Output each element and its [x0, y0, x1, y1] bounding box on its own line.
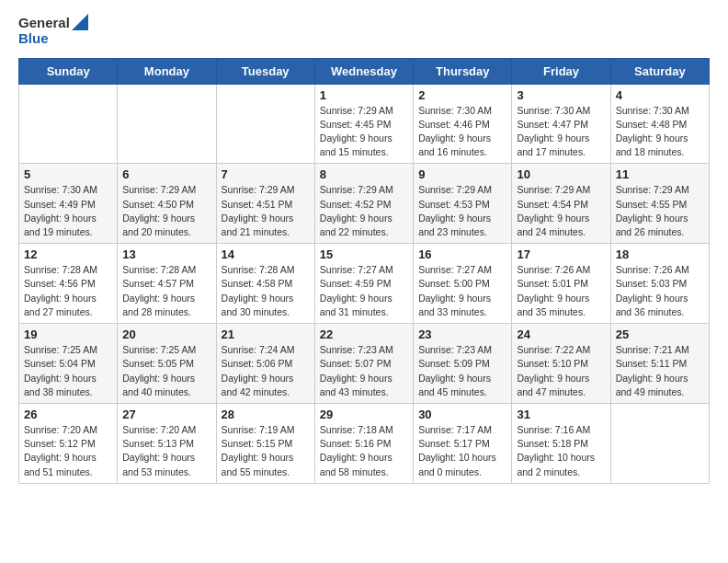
- header: General Blue: [18, 15, 710, 47]
- column-header-monday: Monday: [118, 58, 216, 84]
- day-info: Sunrise: 7:26 AM Sunset: 5:01 PM Dayligh…: [517, 263, 605, 319]
- day-cell: 12Sunrise: 7:28 AM Sunset: 4:56 PM Dayli…: [19, 244, 118, 324]
- day-info: Sunrise: 7:29 AM Sunset: 4:54 PM Dayligh…: [517, 183, 605, 239]
- day-number: 21: [222, 327, 310, 341]
- column-header-friday: Friday: [512, 58, 610, 84]
- day-number: 27: [122, 408, 210, 421]
- day-number: 19: [24, 327, 112, 341]
- day-number: 26: [24, 408, 112, 421]
- day-info: Sunrise: 7:20 AM Sunset: 5:12 PM Dayligh…: [24, 423, 112, 479]
- day-info: Sunrise: 7:27 AM Sunset: 4:59 PM Dayligh…: [320, 263, 408, 319]
- logo-triangle-icon: [72, 14, 88, 30]
- day-number: 29: [320, 408, 408, 421]
- day-number: 14: [222, 247, 310, 261]
- day-cell: 27Sunrise: 7:20 AM Sunset: 5:13 PM Dayli…: [118, 404, 216, 484]
- day-info: Sunrise: 7:29 AM Sunset: 4:55 PM Dayligh…: [616, 183, 704, 239]
- day-cell: 31Sunrise: 7:16 AM Sunset: 5:18 PM Dayli…: [512, 404, 610, 484]
- day-number: 5: [24, 167, 112, 181]
- day-cell: [19, 84, 118, 164]
- day-cell: 25Sunrise: 7:21 AM Sunset: 5:11 PM Dayli…: [610, 324, 709, 404]
- day-number: 7: [222, 167, 310, 181]
- day-number: 1: [320, 88, 408, 102]
- day-number: 9: [418, 167, 506, 181]
- day-number: 12: [24, 247, 112, 261]
- week-row-3: 12Sunrise: 7:28 AM Sunset: 4:56 PM Dayli…: [19, 244, 710, 324]
- day-info: Sunrise: 7:28 AM Sunset: 4:57 PM Dayligh…: [122, 263, 210, 319]
- day-info: Sunrise: 7:16 AM Sunset: 5:18 PM Dayligh…: [517, 423, 605, 479]
- day-cell: 28Sunrise: 7:19 AM Sunset: 5:15 PM Dayli…: [216, 404, 314, 484]
- day-number: 16: [418, 247, 506, 261]
- day-info: Sunrise: 7:29 AM Sunset: 4:52 PM Dayligh…: [320, 183, 408, 239]
- page: General Blue SundayMondayTuesdayWednesda…: [0, 0, 728, 502]
- day-cell: 24Sunrise: 7:22 AM Sunset: 5:10 PM Dayli…: [512, 324, 610, 404]
- logo-general: General: [18, 15, 70, 30]
- day-info: Sunrise: 7:29 AM Sunset: 4:50 PM Dayligh…: [122, 183, 210, 239]
- day-number: 6: [122, 167, 210, 181]
- day-cell: 14Sunrise: 7:28 AM Sunset: 4:58 PM Dayli…: [216, 244, 314, 324]
- day-info: Sunrise: 7:17 AM Sunset: 5:17 PM Dayligh…: [418, 423, 506, 479]
- day-number: 18: [616, 247, 704, 261]
- day-number: 11: [616, 167, 704, 181]
- day-cell: 29Sunrise: 7:18 AM Sunset: 5:16 PM Dayli…: [314, 404, 413, 484]
- day-info: Sunrise: 7:21 AM Sunset: 5:11 PM Dayligh…: [616, 343, 704, 399]
- week-row-1: 1Sunrise: 7:29 AM Sunset: 4:45 PM Daylig…: [19, 84, 710, 164]
- day-number: 31: [517, 408, 605, 421]
- day-info: Sunrise: 7:30 AM Sunset: 4:46 PM Dayligh…: [418, 104, 506, 160]
- day-cell: 7Sunrise: 7:29 AM Sunset: 4:51 PM Daylig…: [216, 164, 314, 244]
- day-cell: 17Sunrise: 7:26 AM Sunset: 5:01 PM Dayli…: [512, 244, 610, 324]
- day-cell: 2Sunrise: 7:30 AM Sunset: 4:46 PM Daylig…: [414, 84, 512, 164]
- day-number: 22: [320, 327, 408, 341]
- day-info: Sunrise: 7:30 AM Sunset: 4:49 PM Dayligh…: [24, 183, 112, 239]
- week-row-4: 19Sunrise: 7:25 AM Sunset: 5:04 PM Dayli…: [19, 324, 710, 404]
- day-number: 2: [418, 88, 506, 102]
- day-cell: 9Sunrise: 7:29 AM Sunset: 4:53 PM Daylig…: [414, 164, 512, 244]
- day-number: 8: [320, 167, 408, 181]
- day-cell: 10Sunrise: 7:29 AM Sunset: 4:54 PM Dayli…: [512, 164, 610, 244]
- day-info: Sunrise: 7:30 AM Sunset: 4:48 PM Dayligh…: [616, 104, 704, 160]
- logo-container: General Blue: [18, 15, 88, 47]
- day-info: Sunrise: 7:24 AM Sunset: 5:06 PM Dayligh…: [222, 343, 310, 399]
- day-cell: 1Sunrise: 7:29 AM Sunset: 4:45 PM Daylig…: [314, 84, 413, 164]
- logo-blue: Blue: [18, 30, 70, 46]
- column-header-wednesday: Wednesday: [314, 58, 413, 84]
- day-info: Sunrise: 7:25 AM Sunset: 5:05 PM Dayligh…: [122, 343, 210, 399]
- day-cell: 16Sunrise: 7:27 AM Sunset: 5:00 PM Dayli…: [414, 244, 512, 324]
- day-info: Sunrise: 7:20 AM Sunset: 5:13 PM Dayligh…: [122, 423, 210, 479]
- day-info: Sunrise: 7:29 AM Sunset: 4:53 PM Dayligh…: [418, 183, 506, 239]
- day-number: 30: [418, 408, 506, 421]
- day-info: Sunrise: 7:28 AM Sunset: 4:58 PM Dayligh…: [222, 263, 310, 319]
- day-cell: 5Sunrise: 7:30 AM Sunset: 4:49 PM Daylig…: [19, 164, 118, 244]
- week-row-2: 5Sunrise: 7:30 AM Sunset: 4:49 PM Daylig…: [19, 164, 710, 244]
- day-cell: 20Sunrise: 7:25 AM Sunset: 5:05 PM Dayli…: [118, 324, 216, 404]
- day-number: 13: [122, 247, 210, 261]
- day-cell: 13Sunrise: 7:28 AM Sunset: 4:57 PM Dayli…: [118, 244, 216, 324]
- day-cell: 30Sunrise: 7:17 AM Sunset: 5:17 PM Dayli…: [414, 404, 512, 484]
- day-cell: 19Sunrise: 7:25 AM Sunset: 5:04 PM Dayli…: [19, 324, 118, 404]
- day-info: Sunrise: 7:29 AM Sunset: 4:45 PM Dayligh…: [320, 104, 408, 160]
- day-number: 23: [418, 327, 506, 341]
- day-cell: 21Sunrise: 7:24 AM Sunset: 5:06 PM Dayli…: [216, 324, 314, 404]
- day-cell: 4Sunrise: 7:30 AM Sunset: 4:48 PM Daylig…: [610, 84, 709, 164]
- day-number: 20: [122, 327, 210, 341]
- day-number: 17: [517, 247, 605, 261]
- day-cell: [216, 84, 314, 164]
- day-info: Sunrise: 7:28 AM Sunset: 4:56 PM Dayligh…: [24, 263, 112, 319]
- day-cell: 18Sunrise: 7:26 AM Sunset: 5:03 PM Dayli…: [610, 244, 709, 324]
- column-header-saturday: Saturday: [610, 58, 709, 84]
- column-header-tuesday: Tuesday: [216, 58, 314, 84]
- day-cell: 23Sunrise: 7:23 AM Sunset: 5:09 PM Dayli…: [414, 324, 512, 404]
- day-cell: 8Sunrise: 7:29 AM Sunset: 4:52 PM Daylig…: [314, 164, 413, 244]
- day-number: 4: [616, 88, 704, 102]
- header-row: SundayMondayTuesdayWednesdayThursdayFrid…: [19, 58, 710, 84]
- day-info: Sunrise: 7:22 AM Sunset: 5:10 PM Dayligh…: [517, 343, 605, 399]
- day-info: Sunrise: 7:26 AM Sunset: 5:03 PM Dayligh…: [616, 263, 704, 319]
- day-cell: 3Sunrise: 7:30 AM Sunset: 4:47 PM Daylig…: [512, 84, 610, 164]
- day-info: Sunrise: 7:30 AM Sunset: 4:47 PM Dayligh…: [517, 104, 605, 160]
- day-info: Sunrise: 7:18 AM Sunset: 5:16 PM Dayligh…: [320, 423, 408, 479]
- day-number: 10: [517, 167, 605, 181]
- day-info: Sunrise: 7:25 AM Sunset: 5:04 PM Dayligh…: [24, 343, 112, 399]
- day-cell: 22Sunrise: 7:23 AM Sunset: 5:07 PM Dayli…: [314, 324, 413, 404]
- day-info: Sunrise: 7:19 AM Sunset: 5:15 PM Dayligh…: [222, 423, 310, 479]
- day-number: 24: [517, 327, 605, 341]
- day-number: 28: [222, 408, 310, 421]
